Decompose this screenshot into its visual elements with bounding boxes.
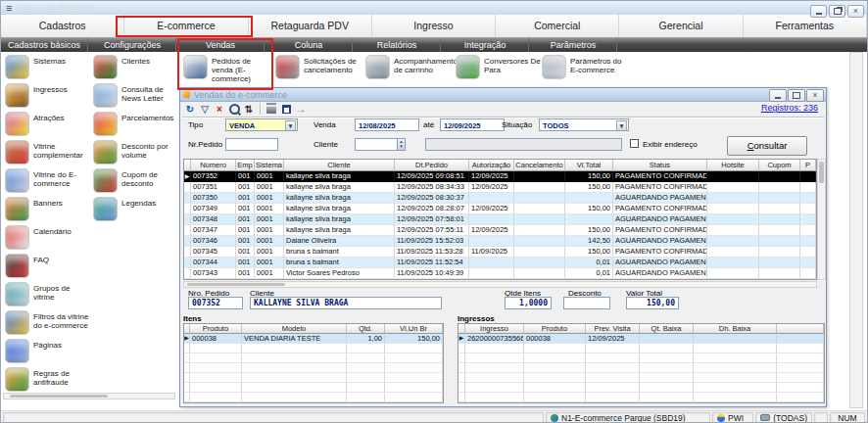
table-row-cell[interactable] <box>469 268 514 279</box>
table-row-cell[interactable] <box>514 182 565 193</box>
table-row-cell[interactable] <box>800 171 816 182</box>
table-row-cell[interactable] <box>759 268 800 279</box>
table-row-cell[interactable]: 007344 <box>191 258 236 268</box>
grid-header-dh-baixa[interactable]: Dh. Baixa <box>694 324 777 334</box>
table-row-cell[interactable]: 0001 <box>255 268 284 279</box>
table-row-cell[interactable]: 0001 <box>255 214 284 225</box>
table-row-cell[interactable]: 11/09/2025 10:49:39 <box>395 268 469 279</box>
table-row-cell[interactable]: 007345 <box>191 247 236 258</box>
table-row-cell[interactable] <box>800 258 816 268</box>
consultar-button[interactable]: Consultar <box>727 136 807 156</box>
table-row-cell[interactable]: 0001 <box>255 236 284 247</box>
cliente-code-input[interactable] <box>355 138 398 151</box>
table-row-cell[interactable]: 007347 <box>191 225 236 236</box>
table-row-cell[interactable] <box>469 236 514 247</box>
table-row-cell[interactable] <box>565 193 613 204</box>
table-row-cell[interactable] <box>800 247 816 258</box>
close-icon[interactable]: × <box>847 5 864 18</box>
table-row-cell[interactable] <box>800 204 816 214</box>
grid-header-modelo[interactable]: Modelo <box>242 324 347 334</box>
table-row-cell[interactable] <box>707 225 759 236</box>
chevron-down-icon[interactable]: ▾ <box>616 120 627 131</box>
table-row-cell[interactable]: AGUARDANDO PAGAMENTO <box>613 268 707 279</box>
print-icon[interactable] <box>265 103 277 116</box>
table-row-cell[interactable]: bruna s balmant <box>284 258 395 268</box>
grid-header-emp[interactable]: Emp <box>236 160 255 171</box>
grid-header-qt-baixa[interactable]: Qt. Baixa <box>640 324 694 334</box>
table-row-cell[interactable] <box>469 193 514 204</box>
table-row-cell[interactable]: 150,00 <box>565 171 613 182</box>
table-row-cell[interactable]: 001 <box>236 247 255 258</box>
toolbox-item-calendario[interactable]: Calendário <box>5 225 91 250</box>
tab-comercial[interactable]: Comercial <box>496 15 619 37</box>
table-row-cell[interactable]: 0,01 <box>565 268 613 279</box>
table-row-cell[interactable]: kallayne silva braga <box>284 171 395 182</box>
menu-coluna[interactable]: Coluna <box>265 38 353 52</box>
toolbox-item-grupos-de-vitrine[interactable]: Grupos de vitrine <box>5 282 91 306</box>
table-row-cell[interactable] <box>514 171 565 182</box>
table-row-cell[interactable]: 1,00 <box>347 334 385 344</box>
tab-e-commerce[interactable]: E-commerce <box>124 15 248 37</box>
table-row-cell[interactable]: AGUARDANDO PAGAMENTO <box>613 236 707 247</box>
table-row-cell[interactable] <box>640 334 694 344</box>
table-row-cell[interactable] <box>759 193 800 204</box>
menu-parametros[interactable]: Parâmetros <box>530 38 617 52</box>
table-row-cell[interactable] <box>514 193 565 204</box>
table-row-cell[interactable]: 150,00 <box>385 334 443 344</box>
grid-header-dt-pedido[interactable]: Dt.Pedido <box>395 160 469 171</box>
table-row-cell[interactable]: 0001 <box>255 258 284 268</box>
menu-icon[interactable]: ≡ <box>6 2 12 14</box>
table-row-cell[interactable] <box>759 258 800 268</box>
tipo-combobox[interactable]: VENDA ▾ <box>225 118 298 131</box>
tab-gerencial[interactable]: Gerencial <box>619 15 743 37</box>
table-row-cell[interactable]: kallayne silva braga <box>284 225 395 236</box>
grid-header-produto[interactable]: Produto <box>524 324 586 334</box>
save-icon[interactable] <box>280 103 292 116</box>
maximize-icon[interactable] <box>788 89 805 102</box>
table-row-cell[interactable]: kallayne silva braga <box>284 214 395 225</box>
table-row-cell[interactable]: 12/09/2025 <box>586 334 640 344</box>
table-row-cell[interactable]: 12/09/2025 08:34:33 <box>395 182 469 193</box>
table-row-cell[interactable]: 001 <box>236 171 255 182</box>
minimize-icon[interactable] <box>769 89 787 102</box>
sort-icon[interactable]: ⇅ <box>243 103 255 116</box>
table-row-cell[interactable]: 001 <box>236 182 255 193</box>
table-row-cell[interactable]: 0001 <box>255 204 284 214</box>
table-row-cell[interactable] <box>759 214 800 225</box>
grid-header-produto[interactable]: Produto <box>190 324 242 334</box>
table-row-cell[interactable]: AGUARDANDO PAGAMENTO <box>613 214 707 225</box>
table-row-cell[interactable] <box>707 193 759 204</box>
table-row-cell[interactable]: bruna s balmant <box>284 247 395 258</box>
table-row-cell[interactable]: 007346 <box>191 236 236 247</box>
grid-header-hotsite[interactable]: Hotsite <box>707 160 759 171</box>
table-row-cell[interactable] <box>800 268 816 279</box>
toolbox-item-clientes[interactable]: Clientes <box>93 55 179 79</box>
toolbox-item-conversores-de-para[interactable]: Conversores De Para <box>456 55 542 79</box>
toolbox-item-parametros-do-e-commerce[interactable]: Parâmetros do E-commerce <box>542 55 628 79</box>
menu-configuracoes[interactable]: Configurações <box>89 38 176 52</box>
orders-hscrollbar[interactable] <box>183 281 817 288</box>
grid-header-vl-un-br[interactable]: Vl.Un Br <box>385 324 443 334</box>
table-row-cell[interactable]: Daiane Oliveira <box>284 236 395 247</box>
toolbox-item-parcelamentos[interactable]: Parcelamentos <box>93 112 179 136</box>
table-row-cell[interactable]: 001 <box>236 258 255 268</box>
search-icon[interactable] <box>228 103 240 116</box>
tab-ferramentas[interactable]: Ferramentas <box>744 15 867 37</box>
table-row-cell[interactable]: 000038 <box>524 334 586 344</box>
table-row-cell[interactable]: 11/09/2025 15:52:03 <box>395 236 469 247</box>
table-row-cell[interactable]: VENDA DIARIA TESTE <box>242 334 347 344</box>
sidebar-hscrollbar[interactable] <box>3 393 175 400</box>
table-row-cell[interactable]: 150,00 <box>565 182 613 193</box>
table-row-cell[interactable]: 150,00 <box>565 225 613 236</box>
filter-icon[interactable]: ▽ <box>199 103 211 116</box>
table-row-cell[interactable]: 12/09/2025 <box>469 204 514 214</box>
grid-header-numero[interactable]: Número <box>191 160 236 171</box>
table-row-cell[interactable]: Victor Soares Pedroso <box>284 268 395 279</box>
table-row-cell[interactable] <box>759 247 800 258</box>
table-row-cell[interactable]: 11/09/2025 <box>469 247 514 258</box>
tab-ingresso[interactable]: Ingresso <box>372 15 496 37</box>
toolbox-item-banners[interactable]: Banners <box>5 197 91 221</box>
table-row-cell[interactable]: 007352 <box>191 171 236 182</box>
sales-window-titlebar[interactable]: Vendas do e-commerce <box>180 88 826 102</box>
table-row-cell[interactable]: 142,50 <box>565 236 613 247</box>
